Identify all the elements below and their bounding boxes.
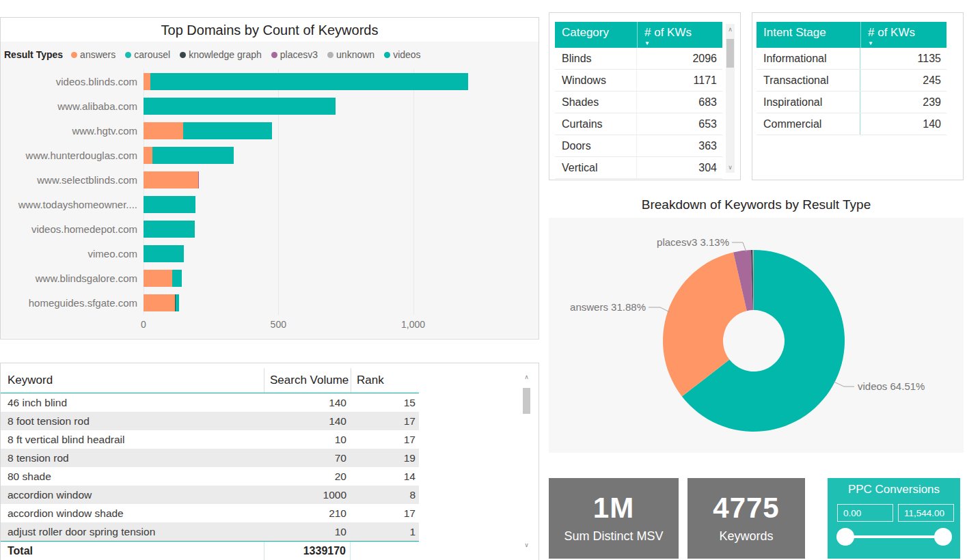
label-cell: Commercial <box>757 113 860 135</box>
donut-chart-plot: placesv3 3.13% answers 31.88% videos 64.… <box>549 218 964 453</box>
column-header-search-volume[interactable]: Search Volume <box>264 368 351 393</box>
bar-segment-placesv3[interactable] <box>198 171 199 188</box>
legend-item-knowledge-graph[interactable]: knowledge graph <box>180 49 262 60</box>
bar-chart-title: Top Domains by Count of Keywords <box>1 18 539 42</box>
keyword-table: Keyword Search Volume Rank 46 inch blind… <box>1 368 419 560</box>
table-row[interactable]: Curtains653 <box>555 113 722 135</box>
scroll-down-icon[interactable]: ∨ <box>522 541 531 549</box>
bar-segment-videos[interactable] <box>144 98 336 115</box>
value-cell: 245 <box>860 74 946 87</box>
category-table-scrollbar[interactable]: ∧ ∨ <box>726 24 735 173</box>
bar-segment-answers[interactable] <box>144 294 175 311</box>
legend-item-answers[interactable]: answers <box>71 49 115 60</box>
ppc-max-input[interactable]: 11,544.00 <box>898 504 954 522</box>
value-cell: 2096 <box>637 53 722 65</box>
category-table-header: Category # of KWs ▼ <box>555 22 722 48</box>
bar-segment-answers[interactable] <box>144 122 183 139</box>
intent-stage-table: Intent Stage # of KWs ▼ Informational113… <box>757 22 946 135</box>
donut-chart-title: Breakdown of Keywords by Result Type <box>549 195 964 218</box>
table-row[interactable]: 46 inch blind14015 <box>1 393 419 412</box>
bar-segment-videos[interactable] <box>152 147 234 164</box>
range-slider-handle-max[interactable] <box>934 528 952 546</box>
keyword-table-scrollbar[interactable]: ∧ ∨ <box>522 372 531 550</box>
total-rank-cell <box>351 542 419 560</box>
bar-category-label: www.hunterdouglas.com <box>1 150 144 161</box>
bar-segment-videos[interactable] <box>150 73 469 90</box>
bar-segment-videos[interactable] <box>144 245 184 262</box>
bar-segment-videos[interactable] <box>144 196 195 213</box>
table-row[interactable]: Blinds2096 <box>555 48 722 70</box>
legend-dot-icon <box>271 52 277 58</box>
table-row[interactable]: 80 shade2014 <box>1 467 419 486</box>
column-header-kws[interactable]: # of KWs ▼ <box>860 22 946 48</box>
scroll-down-icon[interactable]: ∨ <box>726 163 735 171</box>
scroll-up-icon[interactable]: ∧ <box>522 373 531 381</box>
range-slider-handle-min[interactable] <box>836 528 854 546</box>
scrollbar-thumb[interactable] <box>726 39 734 68</box>
table-row[interactable]: adjust roller door spring tension101 <box>1 522 419 541</box>
rank-cell: 19 <box>351 449 419 467</box>
column-header-category[interactable]: Category <box>555 22 637 48</box>
bar-category-label: www.blindsgalore.com <box>1 272 144 284</box>
search-volume-cell: 140 <box>264 393 351 412</box>
bar-category-label: www.selectblinds.com <box>1 174 144 186</box>
column-header-intent-stage[interactable]: Intent Stage <box>757 22 860 48</box>
table-row[interactable]: 8 tension rod7019 <box>1 449 419 467</box>
table-row[interactable]: 8 ft vertical blind headrail1017 <box>1 430 419 449</box>
bar-segment-answers[interactable] <box>144 147 152 164</box>
table-row[interactable]: 8 foot tension rod14017 <box>1 412 419 430</box>
kpi-value: 1M <box>593 494 634 522</box>
value-cell: 1171 <box>637 74 722 87</box>
ppc-min-input[interactable]: 0.00 <box>837 504 893 522</box>
label-cell: Vertical <box>555 157 637 178</box>
table-row[interactable]: Transactional245 <box>757 70 946 92</box>
bar-segment-videos[interactable] <box>183 122 272 139</box>
bar-category-label: www.todayshomeowner.... <box>1 199 144 210</box>
scroll-up-icon[interactable]: ∧ <box>726 25 735 33</box>
table-row[interactable]: accordion window10008 <box>1 486 419 504</box>
sort-descending-icon[interactable]: ▼ <box>868 41 946 46</box>
range-slider-track[interactable] <box>845 535 943 538</box>
column-header-rank[interactable]: Rank <box>351 368 419 393</box>
bar-track <box>144 171 539 188</box>
legend-item-placesv3[interactable]: placesv3 <box>271 49 318 60</box>
table-row[interactable]: Doors363 <box>555 135 722 157</box>
bar-segment-answers[interactable] <box>144 73 150 90</box>
keyword-cell: adjust roller door spring tension <box>1 522 264 541</box>
search-volume-cell: 70 <box>264 449 351 467</box>
table-row[interactable]: Inspirational239 <box>757 92 946 113</box>
donut-chart-panel: Breakdown of Keywords by Result Type pla… <box>549 195 964 464</box>
bar-segment-videos[interactable] <box>172 270 182 287</box>
table-row[interactable]: Commercial140 <box>757 113 946 135</box>
column-header-kws[interactable]: # of KWs ▼ <box>637 22 722 48</box>
table-row[interactable]: accordion window shade21017 <box>1 504 419 522</box>
label-cell: Inspirational <box>757 92 860 113</box>
column-header-kws-label: # of KWs <box>644 26 692 39</box>
x-axis-tick-label: 1,000 <box>401 319 425 330</box>
legend-item-carousel[interactable]: carousel <box>125 49 170 60</box>
keyword-cell: 80 shade <box>1 467 264 486</box>
legend-item-videos[interactable]: videos <box>384 49 420 60</box>
table-row[interactable]: Vertical304 <box>555 157 722 179</box>
value-cell: 363 <box>637 140 722 152</box>
table-row[interactable]: Windows1171 <box>555 70 722 92</box>
legend-dot-icon <box>384 52 390 58</box>
sort-descending-icon[interactable]: ▼ <box>644 41 722 46</box>
value-cell: 1135 <box>860 53 946 65</box>
bar-segment-answers[interactable] <box>144 270 172 287</box>
legend-dot-icon <box>71 52 77 58</box>
legend-item-unknown[interactable]: unknown <box>327 49 374 60</box>
label-cell: Windows <box>555 70 637 91</box>
scrollbar-thumb[interactable] <box>523 388 530 414</box>
intent-table-rows: Informational1135Transactional245Inspira… <box>757 48 946 135</box>
column-header-keyword[interactable]: Keyword <box>1 374 264 387</box>
value-cell: 140 <box>860 118 946 130</box>
legend-items: answerscarouselknowledge graphplacesv3un… <box>71 49 420 60</box>
bar-segment-videos[interactable] <box>144 221 195 238</box>
legend-title: Result Types <box>4 49 63 60</box>
bar-segment-videos[interactable] <box>176 294 180 311</box>
intent-stage-table-panel: Intent Stage # of KWs ▼ Informational113… <box>752 12 964 180</box>
table-row[interactable]: Informational1135 <box>757 48 946 70</box>
bar-segment-answers[interactable] <box>144 171 198 188</box>
table-row[interactable]: Shades683 <box>555 92 722 113</box>
